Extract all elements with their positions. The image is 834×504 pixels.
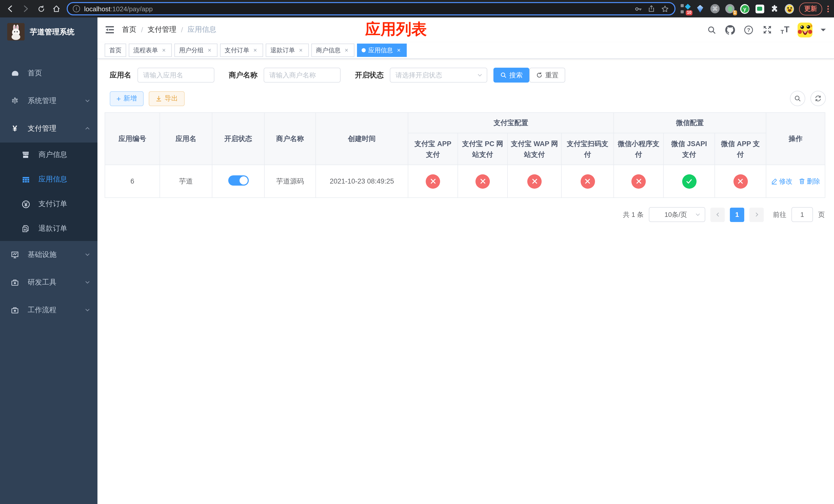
status-icon: [682, 174, 696, 188]
app-name-label: 应用名: [110, 70, 131, 80]
add-button[interactable]: + 新增: [110, 91, 144, 106]
sidebar-item-dev-tools[interactable]: 研发工具: [0, 269, 97, 296]
status-select[interactable]: 请选择开启状态: [390, 68, 487, 83]
edit-link[interactable]: 修改: [771, 177, 792, 186]
profile-avatar-icon[interactable]: [785, 4, 794, 13]
bookmark-star-icon[interactable]: [660, 4, 670, 13]
next-page-button[interactable]: [749, 207, 764, 222]
reset-button[interactable]: 重置: [529, 68, 565, 83]
page-size-select[interactable]: 10条/页: [649, 207, 705, 222]
help-icon[interactable]: ?: [744, 25, 754, 35]
page-suffix: 页: [818, 210, 825, 219]
monitor-icon: [10, 250, 20, 259]
user-avatar[interactable]: [797, 22, 812, 37]
tab-user-group[interactable]: 用户分组×: [174, 44, 218, 57]
breadcrumb-payment[interactable]: 支付管理: [148, 25, 176, 35]
chevron-left-icon: [715, 212, 720, 217]
header-actions: ? TT: [707, 22, 826, 37]
sidebar-item-label: 基础设施: [28, 250, 76, 259]
merchant-name-input[interactable]: [264, 68, 341, 83]
sidebar-item-app-info[interactable]: 应用信息: [0, 167, 97, 192]
sidebar-item-label: 商户信息: [39, 150, 90, 159]
password-key-icon[interactable]: [633, 4, 643, 13]
extension-gem-icon[interactable]: [696, 4, 705, 13]
close-icon[interactable]: ×: [343, 47, 350, 53]
breadcrumb-home[interactable]: 首页: [122, 25, 136, 35]
sidebar-item-label: 系统管理: [28, 96, 76, 106]
gear-icon: [10, 96, 20, 106]
share-icon[interactable]: [647, 4, 656, 13]
tab-merchant-info[interactable]: 商户信息×: [311, 44, 354, 57]
sidebar-item-payment[interactable]: ¥ 支付管理: [0, 115, 97, 142]
avatar-caret-icon[interactable]: [821, 28, 826, 33]
sidebar-item-refund-order[interactable]: 退款订单: [0, 216, 97, 241]
sidebar-item-workflow[interactable]: 工作流程: [0, 296, 97, 324]
browser-menu-icon[interactable]: [827, 5, 829, 12]
url-text[interactable]: localhost:1024/pay/app: [84, 5, 629, 13]
fullscreen-icon[interactable]: [762, 25, 772, 35]
close-icon[interactable]: ×: [160, 47, 167, 53]
forward-icon[interactable]: [21, 4, 31, 14]
chevron-up-icon: [85, 124, 90, 133]
extension-badge: 10: [686, 10, 693, 15]
tab-process-form[interactable]: 流程表单×: [129, 44, 172, 57]
close-icon[interactable]: ×: [252, 47, 259, 53]
breadcrumb-separator: /: [141, 26, 143, 34]
sidebar-item-label: 研发工具: [28, 278, 76, 287]
font-size-icon[interactable]: TT: [781, 25, 789, 35]
sidebar-item-infra[interactable]: 基础设施: [0, 241, 97, 269]
extension-chat-icon[interactable]: [755, 4, 764, 13]
toggle-search-button[interactable]: [790, 91, 805, 106]
search-button[interactable]: 搜索: [493, 68, 529, 83]
tab-refund-order[interactable]: 退款订单×: [266, 44, 309, 57]
address-bar[interactable]: i localhost:1024/pay/app: [67, 2, 676, 15]
sidebar-item-pay-order[interactable]: 支付订单: [0, 192, 97, 216]
browser-update-button[interactable]: 更新: [799, 2, 822, 15]
goto-page-input[interactable]: [791, 207, 813, 222]
status-icon: [476, 174, 490, 188]
header-search-icon[interactable]: [707, 25, 717, 35]
status-icon: [527, 174, 542, 188]
extension-y-icon[interactable]: y: [740, 4, 749, 13]
browser-toolbar: i localhost:1024/pay/app 10 ⌘ 1 y: [0, 0, 834, 18]
cell-wechat-mini: [614, 165, 663, 198]
export-button[interactable]: 导出: [149, 91, 185, 106]
back-icon[interactable]: [5, 4, 15, 14]
tab-app-info[interactable]: 应用信息×: [357, 44, 407, 57]
sidebar-fold-icon[interactable]: [105, 25, 115, 35]
github-icon[interactable]: [725, 25, 736, 35]
sidebar-item-merchant-info[interactable]: 商户信息: [0, 142, 97, 167]
extension-devtools-icon[interactable]: 10: [681, 4, 690, 13]
cell-created: 2021-10-23 08:49:25: [316, 165, 408, 198]
sidebar-item-home[interactable]: 首页: [0, 60, 97, 87]
delete-link[interactable]: 删除: [798, 177, 820, 186]
download-icon: [155, 95, 162, 102]
sidebar-item-label: 支付管理: [28, 124, 76, 133]
prev-page-button[interactable]: [710, 207, 725, 222]
home-icon[interactable]: [51, 4, 62, 14]
app-name-input[interactable]: [137, 68, 214, 83]
page-content: 应用名 商户名称 开启状态 请选择开启状态 搜索 重置: [97, 59, 834, 222]
sidebar-item-system[interactable]: 系统管理: [0, 87, 97, 115]
pay-order-icon: [21, 200, 30, 209]
site-info-icon[interactable]: i: [73, 5, 80, 12]
cell-app-id: 6: [105, 165, 160, 198]
trash-icon: [798, 178, 805, 185]
refresh-table-button[interactable]: [810, 91, 826, 106]
tab-home[interactable]: 首页: [105, 44, 126, 57]
logo-row[interactable]: 芋道管理系统: [0, 18, 97, 46]
toolbox-icon: [10, 305, 20, 315]
grid-icon: [21, 175, 30, 184]
extension-command-icon[interactable]: ⌘: [710, 4, 720, 13]
col-actions: 操作: [766, 113, 825, 165]
close-icon[interactable]: ×: [206, 47, 213, 53]
close-icon[interactable]: ×: [395, 47, 402, 53]
tab-pay-order[interactable]: 支付订单×: [220, 44, 263, 57]
status-toggle[interactable]: [228, 175, 248, 186]
extensions-puzzle-icon[interactable]: [770, 4, 779, 13]
cell-merchant: 芋道源码: [264, 165, 316, 198]
reload-icon[interactable]: [36, 4, 46, 14]
close-icon[interactable]: ×: [298, 47, 304, 53]
extension-recorder-icon[interactable]: 1: [725, 4, 734, 13]
page-number-button[interactable]: 1: [730, 207, 744, 222]
